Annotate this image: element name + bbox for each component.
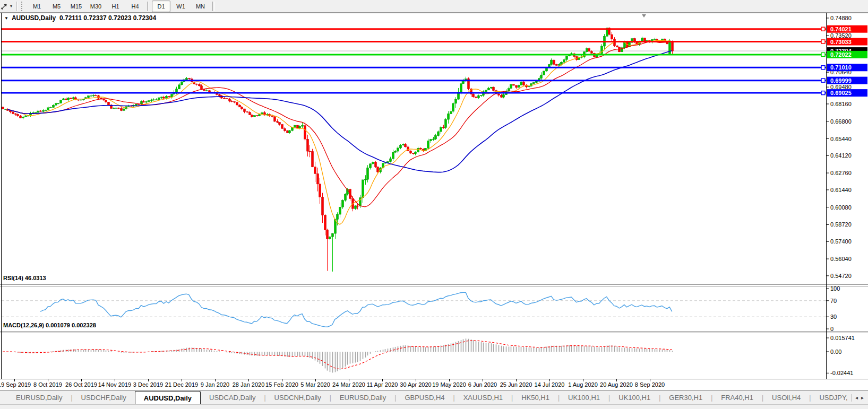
svg-text:0.69999: 0.69999 xyxy=(830,77,852,84)
svg-text:0.66800: 0.66800 xyxy=(830,118,852,125)
svg-text:0.57400: 0.57400 xyxy=(830,238,852,245)
svg-text:1 Aug 2020: 1 Aug 2020 xyxy=(568,381,598,388)
chart-tab-eurusd-daily[interactable]: EURUSD,Daily xyxy=(7,391,71,404)
svg-text:30: 30 xyxy=(830,314,837,320)
toolbar-separator xyxy=(147,2,149,11)
chart-tab-usdcad-daily[interactable]: USDCAD,Daily xyxy=(201,391,264,404)
chart-tab-hk50-h1[interactable]: HK50,H1 xyxy=(513,391,558,404)
svg-text:5 Mar 2020: 5 Mar 2020 xyxy=(300,381,330,388)
svg-text:6 Jun 2020: 6 Jun 2020 xyxy=(468,381,497,388)
toolbar-grip[interactable] xyxy=(21,2,24,11)
svg-text:8 Sep 2020: 8 Sep 2020 xyxy=(635,381,665,388)
svg-text:0: 0 xyxy=(830,326,833,332)
svg-text:9 Jan 2020: 9 Jan 2020 xyxy=(201,381,229,388)
toolbar-separator xyxy=(212,2,214,11)
svg-text:20 Aug 2020: 20 Aug 2020 xyxy=(600,381,633,388)
svg-text:21 Dec 2019: 21 Dec 2019 xyxy=(165,381,198,388)
timeframe-button-mn[interactable]: MN xyxy=(191,1,210,12)
chart-tab-gbpusd-h4[interactable]: GBPUSD,H4 xyxy=(396,391,453,404)
timeframe-button-h1[interactable]: H1 xyxy=(106,1,125,12)
svg-text:0.015741: 0.015741 xyxy=(830,335,855,341)
tab-scroll-left-icon[interactable]: ◂ xyxy=(855,395,858,401)
svg-text:19 May 2020: 19 May 2020 xyxy=(432,381,466,388)
chart-tab-usdcnh-daily[interactable]: USDCNH,Daily xyxy=(266,391,330,404)
svg-text:0.68160: 0.68160 xyxy=(830,101,852,107)
chart-tabs: EURUSD,Daily|USDCHF,DailyAUDUSD,DailyUSD… xyxy=(0,391,847,404)
svg-text:0.61440: 0.61440 xyxy=(830,187,852,193)
timeframe-button-m30[interactable]: M30 xyxy=(87,1,105,12)
svg-text:0.65440: 0.65440 xyxy=(830,136,852,142)
svg-text:28 Jan 2020: 28 Jan 2020 xyxy=(233,381,265,388)
timeframe-button-m15[interactable]: M15 xyxy=(67,1,85,12)
timeframe-button-m1[interactable]: M1 xyxy=(28,1,46,12)
chart-tab-xauusd-h1[interactable]: XAUUSD,H1 xyxy=(455,391,511,404)
price-chart-canvas[interactable]: 0.748800.735200.721600.706400.694800.681… xyxy=(0,13,868,390)
timeframe-button-h4[interactable]: H4 xyxy=(126,1,144,12)
svg-text:0.54720: 0.54720 xyxy=(830,273,852,279)
chart-tab-eurusd-daily[interactable]: EURUSD,Daily xyxy=(331,391,394,404)
chart-tab-audusd-daily[interactable]: AUDUSD,Daily xyxy=(135,391,201,404)
chart-tab-fra40-h1[interactable]: FRA40,H1 xyxy=(712,391,762,404)
svg-text:24 Mar 2020: 24 Mar 2020 xyxy=(332,381,365,388)
svg-text:0.74021: 0.74021 xyxy=(830,26,852,32)
toolbar: ▾ M1M5M15M30H1H4D1W1MN xyxy=(0,0,868,13)
svg-text:19 Sep 2019: 19 Sep 2019 xyxy=(0,381,31,388)
chart-area: 0.748800.735200.721600.706400.694800.681… xyxy=(0,13,868,390)
cursor-tool-button[interactable]: ▾ xyxy=(0,1,14,12)
timeframe-button-d1[interactable]: D1 xyxy=(152,1,170,12)
chart-tab-usdchf-daily[interactable]: USDCHF,Daily xyxy=(73,391,135,404)
chart-tab-uk100-h1[interactable]: UK100,H1 xyxy=(560,391,608,404)
svg-text:0.72022: 0.72022 xyxy=(830,51,852,58)
svg-text:70: 70 xyxy=(830,298,837,304)
toolbar-separator xyxy=(16,2,18,11)
chart-tab-usoil-h4[interactable]: USOil,H4 xyxy=(763,391,809,404)
svg-text:0.00: 0.00 xyxy=(830,349,841,355)
svg-text:3 Dec 2019: 3 Dec 2019 xyxy=(133,381,163,388)
svg-text:-0.02441: -0.02441 xyxy=(830,370,853,376)
svg-text:0.71010: 0.71010 xyxy=(830,64,852,71)
svg-text:14 Nov 2019: 14 Nov 2019 xyxy=(98,381,131,388)
svg-text:25 Jun 2020: 25 Jun 2020 xyxy=(500,381,532,388)
svg-text:0.69025: 0.69025 xyxy=(830,90,852,96)
timeframe-button-m5[interactable]: M5 xyxy=(47,1,66,12)
mt4-window: ▾ M1M5M15M30H1H4D1W1MN 0.748800.735200.7… xyxy=(0,0,868,409)
tab-scroll-right-icon[interactable]: ▸ xyxy=(861,395,864,401)
svg-text:26 Oct 2019: 26 Oct 2019 xyxy=(65,381,97,388)
svg-text:0.73520: 0.73520 xyxy=(830,32,852,39)
chart-tabs-bar: EURUSD,Daily|USDCHF,DailyAUDUSD,DailyUSD… xyxy=(0,390,868,404)
svg-text:11 Apr 2020: 11 Apr 2020 xyxy=(367,381,398,388)
timeframe-buttons: M1M5M15M30H1H4D1W1MN xyxy=(27,1,217,12)
tab-scroll-separator xyxy=(852,394,852,402)
svg-text:15 Feb 2020: 15 Feb 2020 xyxy=(265,381,298,388)
svg-text:0.60080: 0.60080 xyxy=(830,204,852,211)
svg-text:0.56040: 0.56040 xyxy=(830,256,852,262)
chart-tab-ger30-h1[interactable]: GER30,H1 xyxy=(660,391,711,404)
status-strip xyxy=(0,404,868,409)
chart-tab-uk100-h1[interactable]: UK100,H1 xyxy=(610,391,659,404)
svg-text:14 Jul 2020: 14 Jul 2020 xyxy=(535,381,565,388)
svg-text:0.74880: 0.74880 xyxy=(830,15,852,21)
svg-text:100: 100 xyxy=(830,285,840,292)
svg-text:8 Oct 2019: 8 Oct 2019 xyxy=(33,381,62,388)
cursor-tool-icon xyxy=(1,2,9,11)
chart-tab-usdjpy-h1[interactable]: USDJPY,H1 xyxy=(811,391,847,404)
tab-scroll: ◂ ▸ xyxy=(847,391,868,404)
svg-text:0.62760: 0.62760 xyxy=(830,170,852,176)
svg-text:0.58720: 0.58720 xyxy=(830,221,852,228)
svg-text:0.73033: 0.73033 xyxy=(830,39,852,45)
svg-text:0.64120: 0.64120 xyxy=(830,152,852,159)
timeframe-button-w1[interactable]: W1 xyxy=(171,1,190,12)
chevron-down-icon: ▾ xyxy=(10,4,12,8)
svg-text:30 Apr 2020: 30 Apr 2020 xyxy=(400,381,431,388)
